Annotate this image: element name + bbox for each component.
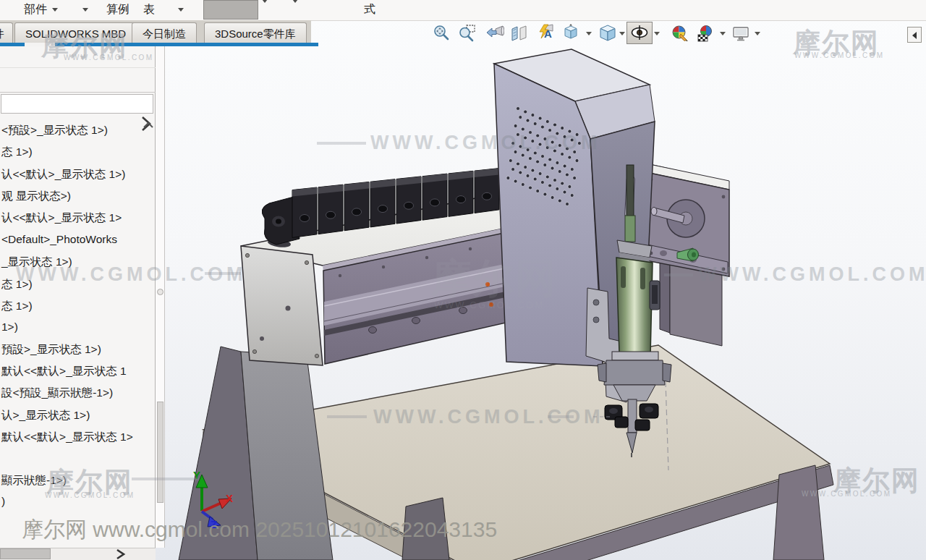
solidworks-window: Y X Z <預設>_显示状态 1>)态 1>)认<<默认>_显示状态 1>)观… — [0, 0, 926, 560]
beam-end-plate-right[interactable] — [646, 164, 729, 276]
tree-item[interactable]: <預設>_显示状态 1>) — [1, 123, 108, 138]
left-triangle-icon — [912, 32, 917, 39]
menu-study[interactable]: 算例 — [106, 2, 129, 17]
tree-item[interactable]: 态 1>) — [1, 299, 33, 314]
triad-y-label: Y — [193, 469, 200, 481]
toolbar-pressed-button[interactable] — [203, 0, 258, 20]
tree-item[interactable]: 观 显示状态>) — [1, 189, 71, 204]
tree-item[interactable]: 預設>_显示状态 1>) — [1, 342, 101, 357]
dropdown-caret-icon[interactable] — [52, 8, 58, 12]
dropdown-caret-icon[interactable] — [586, 32, 592, 35]
view-settings-icon[interactable] — [731, 24, 750, 43]
tree-item[interactable]: 态 1>) — [1, 277, 33, 292]
dropdown-caret-icon[interactable] — [262, 0, 268, 3]
tree-item[interactable]: 认<<默认>_显示状态 1> — [1, 211, 122, 226]
panel-splitter-handle[interactable] — [157, 289, 163, 295]
section-view-icon[interactable] — [511, 24, 530, 43]
tree-item[interactable]: 认<<默认>_显示状态 1>) — [1, 167, 125, 182]
dropdown-caret-icon[interactable] — [619, 32, 625, 35]
tree-item[interactable]: 默认<<默认>_显示状态 1> — [1, 430, 133, 445]
dropdown-caret-icon[interactable] — [178, 8, 184, 12]
tree-item[interactable]: 設<預設_顯示狀態-1>) — [1, 386, 113, 401]
tree-item[interactable]: ) — [1, 495, 5, 508]
left-gantry-leg[interactable] — [179, 347, 333, 560]
apply-scene-icon[interactable] — [697, 24, 715, 43]
tab-accent-gap — [25, 43, 55, 46]
tab-solidworks-mbd[interactable]: SOLIDWORKS MBD — [14, 22, 137, 43]
dropdown-caret-icon[interactable] — [720, 32, 726, 35]
tree-item[interactable]: 态 1>) — [1, 145, 33, 160]
view-orientation-icon[interactable] — [561, 24, 580, 43]
feature-tree: <預設>_显示状态 1>)态 1>)认<<默认>_显示状态 1>)观 显示状态>… — [0, 46, 156, 560]
menu-formula[interactable]: 式 — [364, 2, 375, 17]
menu-table[interactable]: 表 — [143, 2, 155, 17]
edit-appearance-icon[interactable] — [671, 24, 689, 43]
zoom-to-fit-icon[interactable] — [433, 24, 451, 43]
feature-manager-panel: <預設>_显示状态 1>)态 1>)认<<默认>_显示状态 1>)观 显示状态>… — [0, 46, 156, 560]
display-style-icon[interactable] — [598, 24, 617, 43]
dropdown-caret-icon[interactable] — [292, 0, 298, 3]
tree-item[interactable]: 认>_显示状态 1>) — [1, 408, 90, 423]
collapse-pane-button[interactable] — [907, 27, 922, 43]
hide-show-items-button[interactable] — [626, 22, 653, 44]
tab-assembly[interactable]: 件 — [0, 22, 13, 43]
zoom-to-area-icon[interactable] — [458, 24, 477, 43]
beam-end-cap-left[interactable] — [241, 246, 323, 365]
tree-scrollbar-thumb[interactable] — [157, 402, 163, 503]
tree-item[interactable]: _显示状态 1>) — [1, 255, 72, 270]
previous-view-icon[interactable] — [485, 24, 504, 43]
tree-item[interactable]: 1>) — [1, 321, 18, 334]
dropdown-caret-icon[interactable] — [755, 32, 760, 35]
tree-scroll-right-icon[interactable] — [114, 548, 127, 560]
tab-today-manufacture[interactable]: 今日制造 — [132, 22, 197, 43]
tree-item[interactable]: <Default>_PhotoWorks — [1, 233, 117, 246]
eye-icon — [627, 22, 652, 43]
tree-item[interactable]: 顯示狀態-1>) — [1, 473, 67, 488]
dropdown-caret-icon[interactable] — [82, 8, 88, 12]
triad-z-label: Z — [211, 518, 217, 530]
triad-x-label: X — [226, 492, 233, 504]
tree-item[interactable]: 默认<<默认>_显示状态 1 — [1, 364, 127, 379]
menu-part[interactable]: 部件 — [24, 2, 47, 17]
tab-3dsource[interactable]: 3DSource零件库 — [204, 22, 307, 43]
annotation-letter[interactable]: A — [544, 27, 552, 40]
tree-hscrollbar-thumb[interactable] — [0, 548, 51, 559]
dropdown-caret-icon[interactable] — [654, 32, 660, 35]
command-toolbar: 部件 算例 表 式 — [0, 0, 926, 21]
